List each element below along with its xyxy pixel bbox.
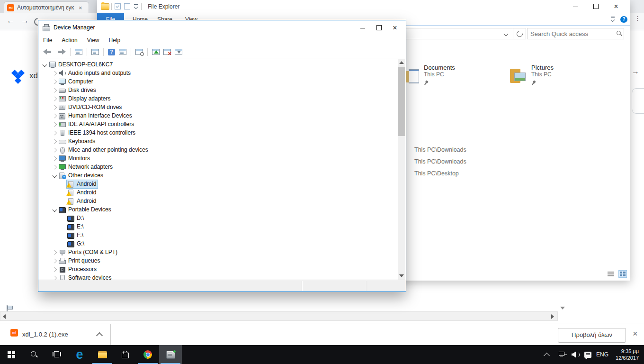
chevron-collapsed-icon[interactable]	[51, 123, 58, 126]
maximize-button[interactable]	[371, 23, 387, 33]
file-explorer-button[interactable]	[91, 345, 114, 364]
store-button[interactable]	[114, 345, 136, 364]
chevron-collapsed-icon[interactable]	[51, 157, 58, 160]
tree-item-dvd[interactable]: DVD/CD-ROM drives	[38, 103, 406, 111]
scroll-left-arrow-icon[interactable]	[3, 314, 6, 319]
tree-item-ieee1394[interactable]: IEEE 1394 host controllers	[38, 128, 406, 137]
chevron-collapsed-icon[interactable]	[51, 259, 58, 263]
minimize-button[interactable]	[355, 23, 371, 33]
tree-item-computer-root[interactable]: DESKTOP-EOL6KC7	[38, 60, 406, 69]
tray-chevron-button[interactable]	[545, 345, 549, 364]
menu-action[interactable]: Action	[57, 37, 82, 44]
thumbnail-view-icon[interactable]	[618, 270, 627, 278]
back-icon[interactable]	[43, 49, 53, 55]
tree-item-hid[interactable]: Human Interface Devices	[38, 111, 406, 120]
search-icon[interactable]	[617, 31, 622, 36]
minimize-button[interactable]	[567, 2, 583, 12]
browser-forward-icon[interactable]	[21, 16, 29, 26]
tree-item-portable-devices[interactable]: Portable Devices	[38, 205, 406, 214]
close-button[interactable]	[387, 23, 403, 33]
search-input[interactable]	[528, 30, 617, 37]
scrollbar-thumb[interactable]	[398, 67, 405, 136]
chevron-collapsed-icon[interactable]	[51, 165, 58, 169]
action-center-button[interactable]	[584, 345, 591, 364]
chevron-collapsed-icon[interactable]	[51, 140, 58, 143]
recent-file-path[interactable]: This PC\Desktop	[414, 170, 459, 177]
tree-item-drive-d[interactable]: D:\	[38, 214, 406, 222]
maximize-button[interactable]	[588, 2, 604, 12]
chrome-button[interactable]	[136, 345, 159, 364]
forward-icon[interactable]	[56, 49, 66, 55]
tree-item-drive-f[interactable]: F:\	[38, 231, 406, 239]
download-chevron-up-icon[interactable]	[96, 332, 103, 339]
show-console-tree-icon[interactable]	[75, 49, 82, 55]
tree-item-computer[interactable]: Computer	[38, 77, 406, 86]
browser-tab[interactable]: Αυτοματοποιημένη εγκ	[4, 1, 89, 13]
tree-item-other-devices[interactable]: Other devices	[38, 171, 406, 180]
action-pane-icon[interactable]	[119, 49, 126, 55]
search-box[interactable]	[527, 28, 624, 39]
scan-hardware-changes-icon[interactable]	[135, 49, 143, 55]
help-icon[interactable]	[108, 49, 115, 55]
chevron-collapsed-icon[interactable]	[51, 131, 58, 135]
device-manager-button[interactable]	[159, 345, 182, 364]
documents-folder-icon[interactable]	[406, 68, 421, 84]
uninstall-device-icon[interactable]	[163, 49, 171, 55]
minimize-ribbon-chevron-icon[interactable]	[611, 18, 614, 21]
menu-view[interactable]: View	[82, 37, 104, 44]
pictures-folder-icon[interactable]	[510, 68, 526, 84]
tree-item-android-selected[interactable]: Android	[38, 180, 406, 188]
horizontal-scrollbar[interactable]	[0, 311, 558, 321]
tree-item-disk-drives[interactable]: Disk drives	[38, 86, 406, 94]
quick-access-newfolder-icon[interactable]	[124, 3, 130, 9]
help-icon[interactable]	[620, 16, 627, 23]
tree-item-drive-e[interactable]: E:\	[38, 222, 406, 231]
scroll-up-arrow-icon[interactable]	[399, 61, 404, 64]
chevron-expanded-icon[interactable]	[41, 63, 48, 66]
tree-item-monitors[interactable]: Monitors	[38, 154, 406, 163]
start-button[interactable]	[0, 345, 23, 364]
tree-item-processors[interactable]: Processors	[38, 265, 406, 273]
tree-item-ports[interactable]: Ports (COM & LPT)	[38, 248, 406, 256]
quick-access-tile-pictures[interactable]: Pictures This PC	[531, 64, 554, 85]
disable-device-icon[interactable]	[175, 49, 182, 55]
clock[interactable]: 9:35 μμ 12/6/2017	[612, 345, 639, 364]
list-view-icon[interactable]	[608, 271, 615, 277]
tree-item-drive-g[interactable]: G:\	[38, 239, 406, 248]
tree-item-print-queues[interactable]: Print queues	[38, 256, 406, 265]
tree-item-display-adapters[interactable]: Display adapters	[38, 94, 406, 103]
scroll-right-arrow-icon[interactable]	[551, 314, 554, 319]
chevron-collapsed-icon[interactable]	[51, 80, 58, 83]
browser-back-icon[interactable]	[7, 16, 15, 26]
downloads-bar-close-icon[interactable]	[633, 329, 638, 338]
edge-button[interactable]	[68, 345, 91, 364]
language-indicator[interactable]: ENG	[596, 345, 608, 364]
chevron-collapsed-icon[interactable]	[51, 268, 58, 271]
network-tray-button[interactable]	[559, 345, 567, 364]
chevron-collapsed-icon[interactable]	[51, 97, 58, 100]
scroll-down-arrow-icon[interactable]	[560, 307, 565, 309]
chevron-expanded-icon[interactable]	[51, 174, 58, 177]
scroll-down-arrow-icon[interactable]	[399, 274, 404, 277]
recent-file-path[interactable]: This PC\Downloads	[414, 158, 466, 165]
chevron-collapsed-icon[interactable]	[51, 114, 58, 118]
tree-vertical-scrollbar[interactable]	[398, 59, 405, 280]
chevron-collapsed-icon[interactable]	[51, 72, 58, 75]
tree-item-network[interactable]: Network adapters	[38, 163, 406, 171]
tree-item-software-devices[interactable]: Software devices	[38, 273, 406, 280]
properties-icon[interactable]	[91, 49, 99, 55]
tree-item-android[interactable]: Android	[38, 197, 406, 205]
quick-access-folder-icon[interactable]	[101, 3, 109, 10]
tree-item-android[interactable]: Android	[38, 188, 406, 197]
volume-tray-button[interactable]	[572, 345, 580, 364]
chevron-collapsed-icon[interactable]	[51, 251, 58, 254]
chevron-collapsed-icon[interactable]	[51, 148, 58, 152]
chevron-expanded-icon[interactable]	[51, 208, 58, 211]
menu-help[interactable]: Help	[104, 37, 125, 44]
tab-close-icon[interactable]	[79, 5, 82, 11]
chevron-collapsed-icon[interactable]	[51, 89, 58, 92]
download-file-name[interactable]: xdi_1.0.2 (1).exe	[22, 331, 68, 338]
recent-file-path[interactable]: This PC\Downloads	[414, 146, 466, 153]
show-all-downloads-button[interactable]: Προβολή όλων	[558, 328, 626, 343]
tree-item-mice[interactable]: Mice and other pointing devices	[38, 146, 406, 154]
